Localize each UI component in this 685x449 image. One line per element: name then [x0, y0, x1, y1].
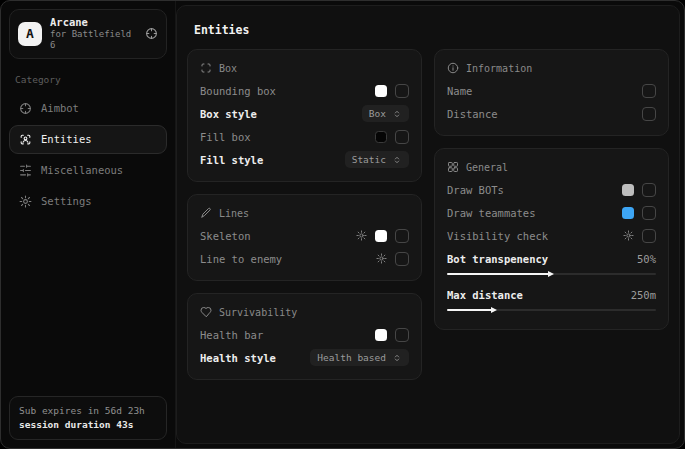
sidebar-item-label: Entities [41, 133, 92, 145]
row-label: Health bar [200, 329, 367, 341]
row-label: Draw BOTs [447, 184, 614, 196]
slider-value: 250m [631, 289, 656, 301]
card-lines: LinesSkeletonLine to enemy [187, 194, 422, 281]
crosshair-icon[interactable] [145, 27, 158, 40]
settings-column: InformationNameDistanceGeneralDraw BOTsD… [434, 49, 669, 330]
color-swatch[interactable] [622, 207, 634, 219]
card-title: Lines [219, 208, 249, 219]
row-health-bar: Health bar [200, 323, 409, 346]
row-label: Fill box [200, 131, 367, 143]
app-subtitle: for Battlefield 6 [50, 29, 137, 52]
dropdown-box-style[interactable]: Box [362, 105, 409, 122]
settings-columns: BoxBounding boxBox styleBoxFill boxFill … [177, 49, 679, 380]
checkbox[interactable] [642, 107, 656, 121]
row-max-distance: Max distance250m [447, 283, 656, 306]
sidebar-item-settings[interactable]: Settings [9, 187, 167, 216]
row-label: Health style [200, 352, 302, 364]
session-duration-text: session duration 43s [19, 418, 157, 432]
row-fill-style: Fill styleStatic [200, 148, 409, 171]
row-label: Bounding box [200, 85, 367, 97]
slider-bot-transpenency[interactable] [447, 273, 656, 275]
card-title: Survivability [219, 307, 297, 318]
scan-icon [200, 62, 212, 74]
card-header-box: Box [200, 62, 409, 74]
checkbox[interactable] [395, 130, 409, 144]
color-swatch[interactable] [375, 230, 387, 242]
sidebar-item-entities[interactable]: Entities [9, 125, 167, 154]
card-header-general: General [447, 161, 656, 173]
row-health-style: Health styleHealth based [200, 346, 409, 369]
sidebar: A Arcane for Battlefield 6 Category Aimb… [1, 1, 176, 448]
app-title: Arcane [50, 16, 137, 29]
crosshair-icon [19, 102, 32, 115]
card-title: Information [466, 63, 532, 74]
grid-icon [447, 161, 459, 173]
row-bot-transpenency: Bot transpenency50% [447, 247, 656, 270]
card-header-lines: Lines [200, 207, 409, 219]
dropdown-fill-style[interactable]: Static [345, 151, 409, 168]
subscription-card: Sub expires in 56d 23h session duration … [9, 396, 167, 441]
checkbox[interactable] [642, 84, 656, 98]
color-swatch[interactable] [375, 329, 387, 341]
category-label: Category [15, 74, 161, 85]
row-draw-teammates: Draw teammates [447, 201, 656, 224]
slider-max-distance[interactable] [447, 309, 656, 311]
chevrons-up-down-icon [392, 109, 402, 119]
card-title: General [466, 162, 508, 173]
slider-fill [447, 273, 552, 275]
row-label: Visibility check [447, 230, 615, 242]
row-label: Bot transpenency [447, 253, 629, 265]
checkbox[interactable] [395, 328, 409, 342]
scan-person-icon [19, 133, 32, 146]
row-bounding-box: Bounding box [200, 79, 409, 102]
info-icon [447, 62, 459, 74]
chevrons-up-down-icon [392, 155, 402, 165]
row-visibility-check: Visibility check [447, 224, 656, 247]
card-survivability: SurvivabilityHealth barHealth styleHealt… [187, 293, 422, 380]
card-header-survivability: Survivability [200, 306, 409, 318]
dropdown-value: Box [369, 108, 386, 119]
checkbox[interactable] [395, 84, 409, 98]
gear-icon [19, 195, 32, 208]
row-label: Distance [447, 108, 634, 120]
row-skeleton: Skeleton [200, 224, 409, 247]
checkbox[interactable] [395, 252, 409, 266]
row-label: Fill style [200, 154, 337, 166]
dropdown-value: Static [352, 154, 386, 165]
sidebar-item-label: Miscellaneous [41, 164, 123, 176]
page-title: Entities [194, 23, 679, 37]
checkbox[interactable] [642, 206, 656, 220]
main-panel: Entities BoxBounding boxBox styleBoxFill… [176, 5, 680, 444]
checkbox[interactable] [642, 183, 656, 197]
sidebar-item-label: Settings [41, 195, 92, 207]
checkbox[interactable] [395, 229, 409, 243]
color-swatch[interactable] [375, 131, 387, 143]
dropdown-health-style[interactable]: Health based [310, 349, 409, 366]
gear-icon[interactable] [623, 230, 634, 241]
row-fill-box: Fill box [200, 125, 409, 148]
row-draw-bots: Draw BOTs [447, 178, 656, 201]
sidebar-nav: AimbotEntitiesMiscellaneousSettings [9, 94, 167, 216]
brand-card: A Arcane for Battlefield 6 [9, 9, 167, 59]
row-label: Name [447, 85, 634, 97]
sub-expiry-text: Sub expires in 56d 23h [19, 404, 157, 418]
card-box: BoxBounding boxBox styleBoxFill boxFill … [187, 49, 422, 182]
dropdown-value: Health based [317, 352, 386, 363]
gear-icon[interactable] [376, 253, 387, 264]
color-swatch[interactable] [622, 184, 634, 196]
sidebar-item-miscellaneous[interactable]: Miscellaneous [9, 156, 167, 185]
row-label: Box style [200, 108, 354, 120]
gear-icon[interactable] [356, 230, 367, 241]
settings-column: BoxBounding boxBox styleBoxFill boxFill … [187, 49, 422, 380]
color-swatch[interactable] [375, 85, 387, 97]
row-label: Line to enemy [200, 253, 368, 265]
app-logo: A [18, 22, 42, 46]
heart-icon [200, 306, 212, 318]
checkbox[interactable] [642, 229, 656, 243]
row-label: Draw teammates [447, 207, 614, 219]
sidebar-item-aimbot[interactable]: Aimbot [9, 94, 167, 123]
sliders-icon [19, 164, 32, 177]
chevrons-up-down-icon [392, 353, 402, 363]
row-label: Max distance [447, 289, 623, 301]
app-window: A Arcane for Battlefield 6 Category Aimb… [0, 0, 685, 449]
